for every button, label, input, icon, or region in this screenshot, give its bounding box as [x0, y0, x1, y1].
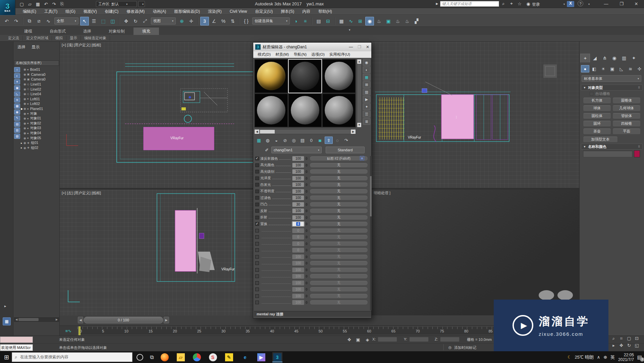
map-enable-checkbox[interactable] — [255, 268, 259, 272]
map-amount-field[interactable]: 0 — [292, 235, 304, 240]
map-enable-checkbox[interactable] — [255, 248, 259, 252]
toolbar-icon[interactable]: ✥ — [122, 17, 130, 25]
menu-item[interactable]: 材质(M) — [273, 52, 291, 57]
spinner-icon[interactable] — [305, 169, 308, 174]
ribbon-subtab[interactable]: 定义流 — [5, 36, 23, 41]
start-button[interactable]: ⊞ — [4, 354, 9, 361]
toolbar-icon[interactable]: ↶ — [2, 17, 11, 25]
map-slot-button[interactable]: 无 — [310, 163, 368, 168]
explorer-filter-icon[interactable]: ▥ — [14, 127, 20, 133]
list-item[interactable]: ◉ ● 对象05 — [21, 136, 59, 141]
toolbar-icon[interactable]: ∿ — [346, 17, 355, 25]
dialog-close-icon[interactable]: ✕ — [366, 45, 369, 49]
explorer-filter-icon[interactable]: ≋ — [14, 97, 20, 103]
viewport-nav-icon[interactable]: ◱ — [633, 342, 641, 349]
dialog-maximize-icon[interactable]: ❐ — [358, 45, 361, 49]
create-category-icon[interactable]: ▣ — [608, 65, 616, 72]
toolbar-icon[interactable]: { } — [242, 17, 251, 25]
menu-item[interactable]: 工具(T) — [40, 8, 61, 15]
map-slot-button[interactable]: 无 — [310, 261, 368, 266]
menu-item[interactable]: 模式(D) — [255, 52, 273, 57]
eye-icon[interactable]: ◉ — [23, 68, 26, 71]
material-type-button[interactable]: Standard — [326, 147, 365, 153]
scroll-right-icon[interactable]: ▶ — [351, 129, 356, 134]
ribbon-tab[interactable]: 建模 — [15, 28, 41, 35]
primitive-button[interactable]: 平面 — [612, 128, 641, 135]
list-item[interactable]: ◉ ◇ Line01 — [21, 82, 59, 87]
explorer-filter-icon[interactable]: ◉ — [14, 109, 20, 115]
map-amount-field[interactable]: 0 — [292, 228, 304, 233]
map-amount-field[interactable]: 100 — [292, 300, 304, 305]
toolbar-icon[interactable]: ▣ — [384, 17, 393, 25]
map-slot-button[interactable]: 无 — [310, 169, 368, 174]
map-enable-checkbox[interactable] — [255, 288, 259, 291]
spinner-icon[interactable] — [305, 215, 308, 220]
map-enable-checkbox[interactable] — [255, 274, 259, 278]
map-amount-field[interactable]: 100 — [292, 182, 304, 187]
primitive-button[interactable]: 几何球体 — [612, 105, 641, 111]
viewport-label[interactable]: [+] [顶] [用户定义] [线框] — [62, 43, 101, 48]
spinner-icon[interactable] — [305, 228, 308, 233]
viewport-nav-icon[interactable]: ✥ — [618, 342, 625, 349]
menu-item[interactable]: 组(G) — [61, 8, 79, 15]
material-tool-icon[interactable]: ◙ — [316, 137, 324, 144]
map-amount-field[interactable]: 100 — [292, 195, 304, 200]
slots-vertical-scrollbar[interactable]: ▲ ▼ — [357, 59, 362, 127]
scroll-left-icon[interactable]: ◀ — [255, 129, 259, 134]
map-slot-button[interactable]: 无 — [310, 241, 368, 246]
create-category-icon[interactable]: ◧ — [590, 65, 598, 72]
primitive-button[interactable]: 茶壶 — [583, 128, 611, 135]
toolbar-icon[interactable]: ◉ — [365, 17, 374, 25]
z-coordinate-field[interactable] — [440, 337, 460, 342]
explorer-sort-header[interactable]: 名称(按升序排序) — [14, 60, 59, 66]
maxscript-mini-listener[interactable] — [0, 336, 33, 343]
previous-frame-icon[interactable]: ◀ — [78, 317, 83, 323]
command-tab-icon[interactable]: ✦ — [629, 54, 639, 62]
selection-filter-dropdown[interactable]: 全部▾ — [54, 17, 78, 24]
help-search-input[interactable]: 键入关键字或短语 — [440, 1, 499, 7]
quick-access-icon[interactable]: ▢ — [18, 1, 25, 7]
menu-item[interactable]: 帮助(H) — [314, 8, 336, 15]
spinner-icon[interactable] — [305, 182, 308, 187]
create-category-icon[interactable]: ✣ — [635, 65, 644, 72]
map-enable-checkbox[interactable] — [255, 229, 259, 232]
sample-slot[interactable] — [254, 93, 288, 127]
taskbar-app-icon[interactable] — [160, 352, 170, 362]
spinner-icon[interactable] — [305, 176, 308, 181]
object-color-swatch[interactable] — [634, 150, 640, 157]
list-item[interactable]: ◉ ● 对象03 — [21, 126, 59, 131]
toolbar-icon[interactable]: ∿ — [44, 17, 53, 25]
list-item[interactable]: ◉ ● 对象 — [21, 111, 59, 116]
sample-tool-icon[interactable]: ☰ — [363, 111, 370, 117]
command-tab-icon[interactable]: ◢ — [590, 54, 600, 62]
taskbar-app-icon[interactable]: ▱ — [176, 352, 186, 362]
create-category-icon[interactable]: ☀ — [599, 65, 607, 72]
list-item[interactable]: ▸ ◉ ❖ 组01 — [21, 141, 59, 146]
viewport-nav-icon[interactable]: ▢ — [625, 335, 633, 342]
toolbar-icon[interactable]: ⊞ — [356, 17, 365, 25]
time-tag-label[interactable]: 添加时间标记 — [454, 345, 476, 350]
quick-access-icon[interactable]: ▱ — [26, 1, 34, 7]
list-item[interactable]: ◉ ▣ Camera0 — [21, 72, 59, 77]
sample-slot[interactable] — [288, 59, 322, 93]
map-enable-checkbox[interactable] — [255, 235, 259, 239]
expand-arrow-icon[interactable]: ▶ — [21, 107, 23, 110]
explorer-filter-icon[interactable]: ○ — [14, 67, 20, 72]
taskbar-app-icon[interactable]: S — [208, 352, 218, 362]
maximize-button[interactable]: ❐ — [616, 0, 627, 7]
map-enable-checkbox[interactable] — [255, 255, 259, 259]
map-slot-button[interactable]: 无 — [310, 300, 368, 305]
spinner-icon[interactable] — [305, 267, 308, 272]
ribbon-subtab[interactable]: 定义空闲区域 — [23, 36, 52, 41]
map-enable-checkbox[interactable] — [255, 281, 259, 285]
map-amount-field[interactable]: 100 — [292, 287, 304, 292]
map-amount-field[interactable]: 30 — [292, 202, 304, 207]
map-enable-checkbox[interactable] — [255, 301, 259, 304]
primitive-button[interactable]: 管状体 — [612, 113, 641, 119]
weather-label[interactable]: 25℃ 晴朗 — [575, 354, 594, 360]
toolbar-icon[interactable] — [198, 17, 198, 25]
map-slot-button[interactable]: 无 — [310, 280, 368, 286]
toolbar-icon[interactable]: 3 — [200, 17, 209, 25]
map-enable-checkbox[interactable] — [255, 176, 259, 180]
map-enable-checkbox[interactable] — [255, 222, 259, 226]
